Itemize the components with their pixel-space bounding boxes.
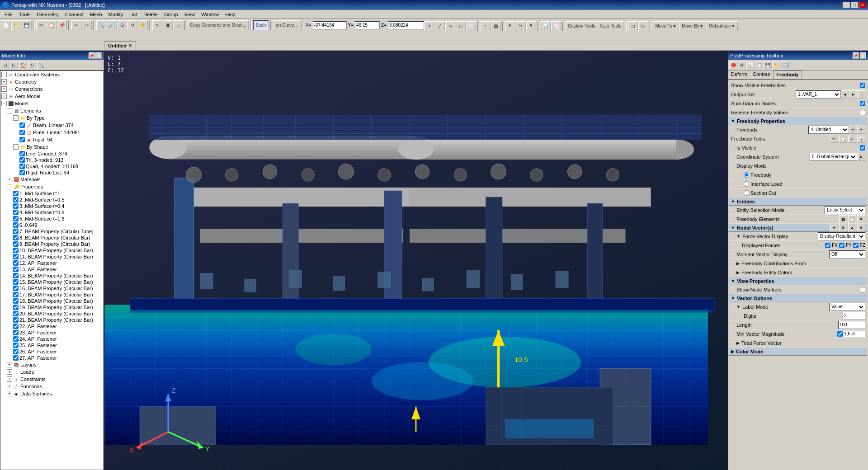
- tree-connections[interactable]: + ⬡ Connections: [0, 85, 103, 93]
- fb-tool-3[interactable]: ✓: [848, 135, 856, 143]
- prop-23-check[interactable]: [13, 330, 19, 335]
- close-button[interactable]: ✕: [859, 2, 866, 8]
- fe-btn-1[interactable]: ▦: [839, 215, 847, 223]
- tree-prop-6[interactable]: 6..0.649: [0, 222, 103, 228]
- tree-coordinate-systems[interactable]: - ⊕ Coordinate Systems: [0, 71, 103, 78]
- x-coord-input[interactable]: [313, 21, 347, 29]
- tb-post-2[interactable]: 📈: [551, 21, 561, 31]
- tree-rigid-node[interactable]: Rigid, Node List: 94: [0, 169, 103, 176]
- min-vector-check[interactable]: [837, 331, 843, 337]
- prop-7-check[interactable]: [13, 229, 19, 234]
- tree-loads[interactable]: + ↓ Loads: [0, 368, 103, 376]
- panel-pin-btn[interactable]: 📌: [89, 52, 95, 59]
- menu-group[interactable]: Group: [161, 11, 181, 18]
- tree-functions[interactable]: + ƒ Functions: [0, 383, 103, 390]
- model-info-controls[interactable]: 📌 ✕: [89, 52, 102, 59]
- pp-pin-btn[interactable]: 📌: [853, 52, 859, 59]
- tb-post-1[interactable]: 📊: [541, 21, 551, 31]
- tree-prop-2[interactable]: 2..Mid-Surface t=0.5: [0, 197, 103, 203]
- prop-16-check[interactable]: [13, 286, 19, 291]
- tb-cut[interactable]: ✂: [36, 20, 46, 30]
- tb-static[interactable]: Static: [253, 20, 269, 30]
- entity-selection-dropdown[interactable]: Entity Select: [825, 206, 865, 214]
- menu-view[interactable]: View: [182, 11, 198, 18]
- z-coord-input[interactable]: [388, 21, 424, 29]
- pp-tb-6[interactable]: 📂: [772, 61, 780, 69]
- tree-prop-12[interactable]: 12..API Fastener: [0, 260, 103, 266]
- tree-by-shape[interactable]: - 📁 By Shape: [0, 143, 103, 150]
- display-mode-freebody-radio[interactable]: [744, 172, 749, 178]
- prop-8-check[interactable]: [13, 235, 19, 240]
- tree-aero-model[interactable]: + ✈ Aero Model: [0, 93, 103, 100]
- tb-nav-1[interactable]: ◁: [628, 21, 638, 31]
- prop-26-check[interactable]: [13, 349, 19, 354]
- label-mode-dropdown[interactable]: Value: [829, 303, 865, 311]
- menu-tools[interactable]: Tools: [16, 11, 33, 18]
- fb-tool-1[interactable]: ✏: [830, 135, 838, 143]
- prop-27-check[interactable]: [13, 355, 19, 361]
- tb-element[interactable]: ▦: [491, 21, 501, 31]
- show-visible-freebodies-check[interactable]: [860, 83, 865, 88]
- tree-back-btn[interactable]: ◁: [1, 61, 9, 69]
- length-input[interactable]: [838, 321, 865, 329]
- tree-prop-24[interactable]: 24..API Fastener: [0, 336, 103, 342]
- view-properties-header[interactable]: ▼ View Properties: [729, 277, 867, 285]
- tree-prop-9[interactable]: 9..BEAM Property (Circular Bar): [0, 241, 103, 247]
- fx-check[interactable]: [825, 243, 830, 248]
- fy-check[interactable]: [839, 243, 844, 248]
- tb-save[interactable]: 💾: [22, 20, 32, 30]
- tb-line[interactable]: ╱: [435, 21, 445, 31]
- window-controls[interactable]: _ □ ✕: [843, 2, 866, 8]
- fz-check[interactable]: [853, 243, 859, 248]
- prop-18-check[interactable]: [13, 298, 19, 304]
- tree-layups[interactable]: + 📚 Layups: [0, 361, 103, 368]
- tree-elements[interactable]: - ▦ Elements: [0, 107, 103, 114]
- pp-tb-4[interactable]: 📋: [755, 61, 763, 69]
- beam-linear-check[interactable]: [19, 122, 25, 128]
- tree-prop-4[interactable]: 4..Mid-Surface t=0.6: [0, 209, 103, 216]
- tree-prop-1[interactable]: 1..Mid-Surface t=1.: [0, 190, 103, 197]
- fe-btn-2[interactable]: 📋: [848, 215, 856, 223]
- tb-solid[interactable]: ⬜: [466, 21, 476, 31]
- tb-fit[interactable]: ⊡: [117, 20, 127, 30]
- line-2noded-check[interactable]: [19, 151, 25, 156]
- tree-prop-11[interactable]: 11..BEAM Property (Circular Bar): [0, 254, 103, 260]
- tree-forward-btn[interactable]: ▷: [10, 61, 18, 69]
- viewport[interactable]: 10.5: [104, 51, 728, 470]
- menu-geometry[interactable]: Geometry: [34, 11, 61, 18]
- vector-options-header[interactable]: ▼ Vector Options: [729, 294, 867, 302]
- prop-24-check[interactable]: [13, 336, 19, 342]
- tree-refresh-btn[interactable]: ↻: [28, 61, 36, 69]
- minimize-button[interactable]: _: [843, 2, 850, 8]
- prop-3-check[interactable]: [13, 203, 19, 209]
- prop-2-check[interactable]: [13, 197, 19, 202]
- tb-midsurface[interactable]: Midsurface▼: [707, 21, 738, 31]
- y-coord-input[interactable]: [355, 21, 380, 29]
- coord-sys-dropdown[interactable]: 0..Global Rectangular: [810, 153, 857, 161]
- nv-btn-2[interactable]: ✕: [839, 224, 847, 232]
- output-set-dropdown[interactable]: 1..VAR_1: [796, 90, 841, 99]
- tree-beam-linear[interactable]: ╱ Beam, Linear: 374: [0, 122, 103, 129]
- tree-prop-20[interactable]: 20..BEAM Property (Circular Bar): [0, 310, 103, 317]
- pp-header-controls[interactable]: 📌 ✕: [853, 52, 866, 59]
- tri-3noded-check[interactable]: [19, 157, 25, 163]
- tb-select[interactable]: ↖: [152, 20, 162, 30]
- tb-surface[interactable]: ◻: [456, 21, 466, 31]
- prop-1-check[interactable]: [13, 191, 19, 196]
- tb-select-all[interactable]: ▣: [163, 20, 173, 30]
- pp-nav-deform[interactable]: Deform: [728, 70, 750, 79]
- prop-20-check[interactable]: [13, 311, 19, 316]
- moment-vector-display-dropdown[interactable]: Off: [829, 250, 865, 258]
- tree-prop-8[interactable]: 8..BEAM Property (Circular Bar): [0, 235, 103, 241]
- tree-tri-3noded[interactable]: Tri, 3-noded: 913: [0, 157, 103, 163]
- tb-move-to[interactable]: Move To▼: [653, 21, 679, 31]
- tree-properties[interactable]: - 🔑 Properties: [0, 183, 103, 190]
- tree-by-type[interactable]: - 📁 By Type: [0, 114, 103, 122]
- tree-prop-14[interactable]: 14..BEAM Property (Circular Bar): [0, 273, 103, 279]
- tree-prop-3[interactable]: 3..Mid-Surface t=0.4: [0, 203, 103, 209]
- nv-btn-1[interactable]: +: [830, 224, 838, 232]
- fb-tool-2[interactable]: 📋: [839, 135, 847, 143]
- tree-quad-4noded[interactable]: Quad, 4-noded: 141168: [0, 163, 103, 169]
- tree-prop-22[interactable]: 22..API Fastener: [0, 323, 103, 329]
- tab-untitled[interactable]: Untitled ✕: [104, 41, 136, 50]
